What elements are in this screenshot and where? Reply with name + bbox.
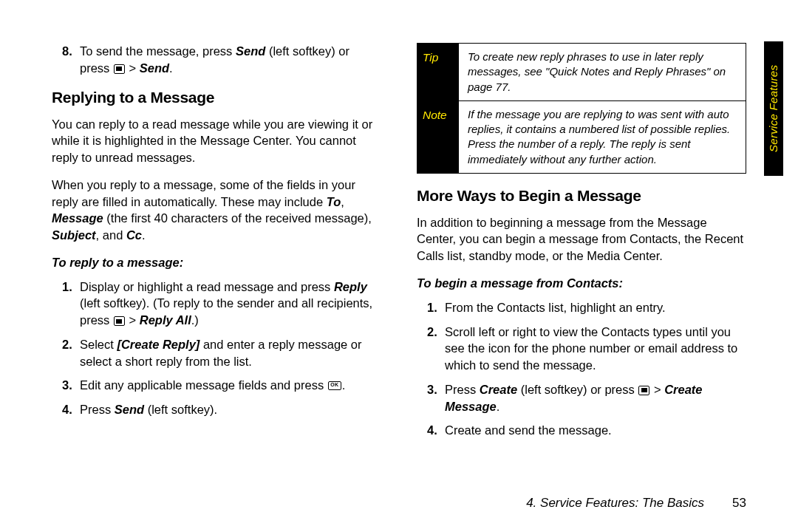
step-8: 8. To send the message, press Send (left… [52,43,381,77]
list-item: 1. Display or highlight a read message a… [52,279,381,329]
callout-box: Tip To create new reply phrases to use i… [417,43,746,174]
list-item: 2. Scroll left or right to view the Cont… [417,324,746,374]
heading-replying: Replying to a Message [52,87,381,109]
callout-tip: Tip To create new reply phrases to use i… [417,44,746,100]
menu-icon [114,64,125,74]
right-column: Tip To create new reply phrases to use i… [417,43,746,446]
side-tab: Service Features [764,41,783,176]
callout-label: Tip [417,44,459,100]
list-item: 1. From the Contacts list, highlight an … [417,299,746,316]
list-item: 4. Press Send (left softkey). [52,401,381,418]
paragraph: In addition to beginning a message from … [417,214,746,265]
page-footer: 4. Service Features: The Basics 53 [526,494,746,511]
paragraph: You can reply to a read message while yo… [52,116,381,166]
list-item: 3. Edit any applicable message fields an… [52,377,381,394]
step-number: 8. [62,43,80,77]
menu-icon [638,386,649,395]
callout-note: Note If the message you are replying to … [417,100,746,173]
left-column: 8. To send the message, press Send (left… [52,43,381,446]
procedure-lead: To begin a message from Contacts: [417,275,746,292]
list-item: 4. Create and send the message. [417,422,746,439]
page-content: 8. To send the message, press Send (left… [0,0,798,446]
procedure-lead: To reply to a message: [52,254,381,271]
list-item: 3. Press Create (left softkey) or press … [417,381,746,415]
paragraph: When you reply to a message, some of the… [52,177,381,244]
step-text: To send the message, press Send (left so… [80,43,381,77]
footer-section: 4. Service Features: The Basics [526,494,704,511]
callout-body: To create new reply phrases to use in la… [459,44,746,100]
list-item: 2. Select [Create Reply] and enter a rep… [52,336,381,370]
ok-icon [328,381,341,390]
callout-label: Note [417,101,459,173]
menu-icon [114,316,125,326]
page-number: 53 [732,494,746,511]
callout-body: If the message you are replying to was s… [459,101,746,173]
heading-moreways: More Ways to Begin a Message [417,185,746,207]
